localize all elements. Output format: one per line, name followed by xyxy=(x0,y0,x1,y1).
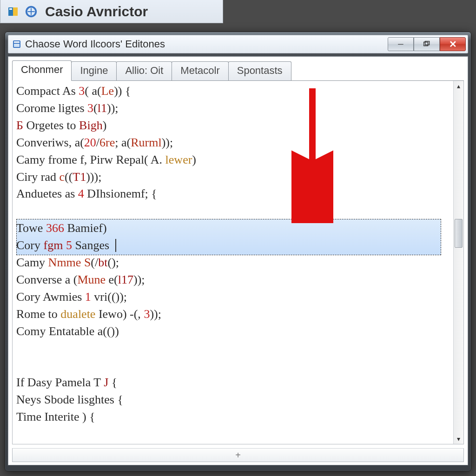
maximize-button[interactable] xyxy=(414,37,440,51)
tab-2[interactable]: Allio: Oit xyxy=(116,61,172,80)
vertical-scrollbar[interactable]: ▴ ▾ xyxy=(453,81,463,444)
code-line[interactable]: Neys Sbode lisghtes { xyxy=(16,391,450,409)
editor-wrap: Compact As 3( a(Le)) {Corome ligtes 3(l1… xyxy=(12,81,464,444)
taskbar-app-title: Casio Avnrictor xyxy=(45,4,148,20)
tab-strip: ChonmerIngineAllio: OitMetacolrSpontasts xyxy=(8,57,468,80)
minimize-button[interactable]: ─ xyxy=(388,37,414,51)
code-line[interactable]: Time Interite ) { xyxy=(16,409,450,426)
code-line[interactable]: Corome ligtes 3(l1)); xyxy=(16,100,450,117)
app-icon-2 xyxy=(25,5,38,18)
scroll-up-arrow-icon[interactable]: ▴ xyxy=(454,81,463,91)
svg-rect-6 xyxy=(14,41,20,43)
status-bar: + xyxy=(12,448,464,462)
titlebar[interactable]: Chaose Word Ilcoors' Editones ─ ✕ xyxy=(8,35,468,53)
tab-0[interactable]: Chonmer xyxy=(12,60,72,81)
window-controls: ─ ✕ xyxy=(388,37,466,51)
code-line[interactable]: Rome to dualete Iewo) -(, 3)); xyxy=(16,306,450,323)
svg-rect-9 xyxy=(425,41,430,45)
code-line[interactable] xyxy=(16,357,450,375)
editor-window: Chaose Word Ilcoors' Editones ─ ✕ Chonme… xyxy=(5,32,471,471)
scrollbar-thumb[interactable] xyxy=(455,219,463,248)
code-line[interactable] xyxy=(16,340,450,357)
svg-rect-7 xyxy=(14,44,20,47)
window-title: Chaose Word Ilcoors' Editones xyxy=(25,38,384,50)
code-line[interactable]: Anduetes as 4 DIhsionemf; { xyxy=(16,185,450,203)
code-line[interactable]: Camy frome f, Pirw Repal( A. lewer) xyxy=(16,152,450,169)
minimize-icon: ─ xyxy=(398,40,403,48)
scroll-down-arrow-icon[interactable]: ▾ xyxy=(454,434,463,444)
add-tab-icon[interactable]: + xyxy=(235,450,241,461)
code-line[interactable]: Towe 366 Bamief) xyxy=(16,220,450,237)
code-line[interactable]: Converiws, a(20/6re; a(Rurml)); xyxy=(16,134,450,152)
code-line[interactable]: Converse a (Mune e(l17)); xyxy=(16,271,450,289)
tab-1[interactable]: Ingine xyxy=(71,61,117,80)
code-line[interactable]: Cory fgm 5 Sanges xyxy=(16,237,450,254)
code-line[interactable]: Comy Entatable a(()) xyxy=(16,323,450,340)
maximize-icon xyxy=(423,40,430,48)
svg-rect-2 xyxy=(9,8,12,10)
client-area: ChonmerIngineAllio: OitMetacolrSpontasts… xyxy=(8,56,468,465)
svg-rect-8 xyxy=(424,42,428,46)
close-icon: ✕ xyxy=(449,39,457,50)
code-line[interactable]: Cory Awmies 1 vri(()); xyxy=(16,289,450,306)
code-line[interactable]: If Dasy Pamela T J { xyxy=(16,374,450,391)
taskbar: Casio Avnrictor xyxy=(0,0,223,23)
code-line[interactable] xyxy=(16,203,450,220)
code-line[interactable]: Camy Nmme S(/bt(); xyxy=(16,254,450,271)
tab-4[interactable]: Spontasts xyxy=(228,61,291,80)
code-editor[interactable]: Compact As 3( a(Le)) {Corome ligtes 3(l1… xyxy=(13,81,453,444)
code-line[interactable]: Compact As 3( a(Le)) { xyxy=(16,83,450,100)
code-line[interactable]: Ciry rad c((T1))); xyxy=(16,169,450,186)
code-line[interactable]: Б Orgetes to Bigh) xyxy=(16,117,450,134)
window-icon xyxy=(12,40,21,49)
app-icon-1 xyxy=(7,5,20,18)
tab-3[interactable]: Metacolr xyxy=(172,61,228,80)
svg-rect-1 xyxy=(13,7,18,16)
close-button[interactable]: ✕ xyxy=(440,37,466,51)
